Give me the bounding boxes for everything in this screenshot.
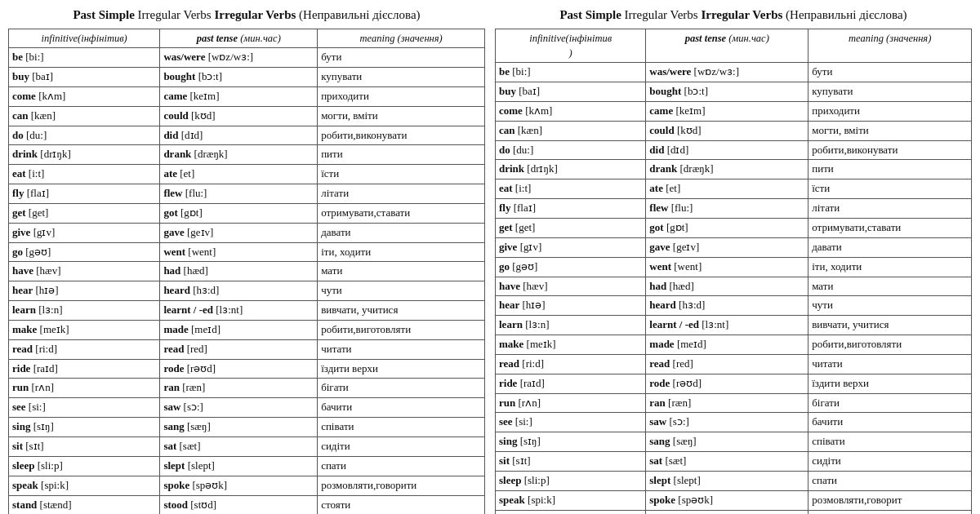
cell-past-tense: gave [geɪv] (646, 237, 808, 257)
inf-phonetic: [si:] (515, 415, 532, 428)
table-row: sing [sɪŋ]sang [sæŋ]співати (496, 432, 972, 452)
past-word: drank (649, 162, 677, 175)
past-phonetic: [rəʊd] (187, 362, 216, 374)
cell-past-tense: sat [sæt] (646, 452, 808, 472)
cell-meaning: стояти (808, 510, 972, 514)
past-phonetic: [bɔ:t] (198, 70, 222, 82)
col-header-2: meaning (значення) (808, 29, 972, 63)
past-phonetic: [went] (188, 246, 216, 258)
table-row: fly [flaɪ]flew [flu:]літати (496, 199, 972, 219)
cell-infinitive: ride [raɪd] (496, 374, 646, 393)
inf-phonetic: [raɪd] (520, 377, 545, 389)
past-word: rode (649, 377, 670, 389)
past-phonetic: [keɪm] (675, 104, 705, 117)
title-bold: Past Simple (73, 8, 134, 21)
inf-word: fly (499, 202, 510, 214)
inf-phonetic: [baɪ] (519, 85, 540, 97)
past-word: could (163, 109, 188, 122)
inf-phonetic: [flaɪ] (514, 202, 536, 214)
cell-meaning: давати (808, 237, 972, 257)
inf-word: do (12, 129, 24, 141)
inf-phonetic: [get] (515, 221, 536, 233)
inf-word: go (12, 246, 23, 258)
table-row: go [gəʊ]went [went]іти, ходити (496, 257, 972, 277)
past-phonetic: [sɔ:] (184, 401, 203, 413)
table-row: speak [spi:k]spoke [spəʊk]розмовляти,гов… (496, 490, 972, 510)
cell-past-tense: learnt / -ed [lɜ:nt] (160, 301, 318, 321)
cell-past-tense: flew [flu:] (646, 199, 808, 219)
inf-phonetic: [sɪŋ] (33, 420, 54, 432)
cell-past-tense: ran [ræn] (646, 393, 808, 413)
table-row: hear [hɪə]heard [hɜ:d]чути (9, 281, 485, 301)
past-word: saw (649, 415, 666, 428)
col-header-2: meaning (значення) (318, 29, 485, 48)
cell-past-tense: ate [et] (160, 165, 318, 184)
inf-word: get (12, 206, 26, 219)
cell-past-tense: did [dɪd] (646, 140, 808, 160)
inf-phonetic: [sɪt] (25, 440, 43, 452)
cell-infinitive: have [hæv] (496, 277, 646, 296)
cell-meaning: робити,виготовляти (808, 335, 972, 355)
past-phonetic: [sæŋ] (187, 420, 211, 432)
cell-past-tense: saw [sɔ:] (160, 398, 318, 418)
table-row: learn [lɜ:n]learnt / -ed [lɜ:nt]вивчати,… (9, 301, 485, 321)
past-phonetic: [meɪd] (677, 338, 706, 350)
cell-past-tense: read [red] (646, 354, 808, 374)
inf-phonetic: [flaɪ] (27, 187, 49, 199)
past-word: flew (163, 187, 182, 199)
cell-past-tense: slept [slept] (646, 471, 808, 490)
cell-past-tense: was/were [wɒz/wɜ:] (160, 48, 318, 68)
past-phonetic: [slept] (674, 474, 701, 486)
cell-meaning: пити (318, 145, 485, 165)
past-phonetic: [dræŋk] (680, 162, 714, 175)
cell-meaning: приходити (318, 86, 485, 106)
inf-word: give (499, 241, 517, 253)
inf-phonetic: [lɜ:n] (38, 304, 62, 316)
table-row: can [kæn]could [kʊd]могти, вміти (9, 106, 485, 126)
inf-word: read (12, 343, 33, 355)
inf-phonetic: [sli:p] (38, 459, 63, 472)
table-row: can [kæn]could [kʊd]могти, вміти (496, 121, 972, 140)
cell-meaning: їсти (808, 179, 972, 199)
cell-infinitive: sing [sɪŋ] (9, 418, 160, 437)
title-irregular: Irregular Verbs (214, 8, 296, 21)
table-row: drink [drɪŋk]drank [dræŋk]пити (9, 145, 485, 165)
inf-phonetic: [rʌn] (31, 381, 54, 393)
past-word: was/were (649, 65, 691, 78)
cell-meaning: отримувати,ставати (318, 203, 485, 223)
table-row: sit [sɪt]sat [sæt]сидіти (496, 452, 972, 472)
past-word: did (163, 129, 178, 141)
past-word: slept (649, 474, 670, 486)
inf-word: drink (12, 148, 38, 160)
cell-past-tense: heard [hɜ:d] (646, 296, 808, 316)
past-phonetic: [keɪm] (190, 90, 220, 102)
past-word: was/were (163, 51, 205, 63)
past-phonetic: [spəʊk] (192, 479, 227, 491)
past-word: came (649, 104, 673, 117)
inf-phonetic: [drɪŋk] (527, 162, 557, 175)
past-word: read (649, 357, 670, 370)
inf-word: can (12, 109, 29, 122)
cell-past-tense: came [keɪm] (160, 86, 318, 106)
table-row: have [hæv]had [hæd]мати (496, 277, 972, 296)
past-word: stood (163, 498, 188, 511)
past-phonetic: [red] (187, 343, 207, 355)
cell-infinitive: read [ri:d] (9, 339, 160, 359)
past-phonetic: [bɔ:t] (684, 85, 708, 97)
table-1: infinitive(інфінітив)past tense (мин.час… (495, 29, 972, 514)
past-phonetic: [spəʊk] (678, 494, 713, 506)
cell-past-tense: gave [geɪv] (160, 223, 318, 242)
past-word: had (163, 264, 180, 277)
cell-meaning: купувати (318, 67, 485, 86)
table-row: sleep [sli:p]slept [slept]спати (496, 471, 972, 490)
table-row: come [kʌm]came [keɪm]приходити (9, 86, 485, 106)
past-word: sat (649, 454, 662, 467)
cell-past-tense: stood [stʊd] (160, 495, 318, 514)
inf-word: run (12, 381, 29, 393)
table-row: make [meɪk]made [meɪd]робити,виготовляти (496, 335, 972, 355)
past-word: sang (163, 420, 184, 432)
table-row: stand [stænd]stood [stʊd]стояти (496, 510, 972, 514)
table-row: get [get]got [gɒt]отримувати,ставати (9, 203, 485, 223)
table-row: make [meɪk]made [meɪd]робити,виготовляти (9, 320, 485, 339)
cell-meaning: співати (808, 432, 972, 452)
